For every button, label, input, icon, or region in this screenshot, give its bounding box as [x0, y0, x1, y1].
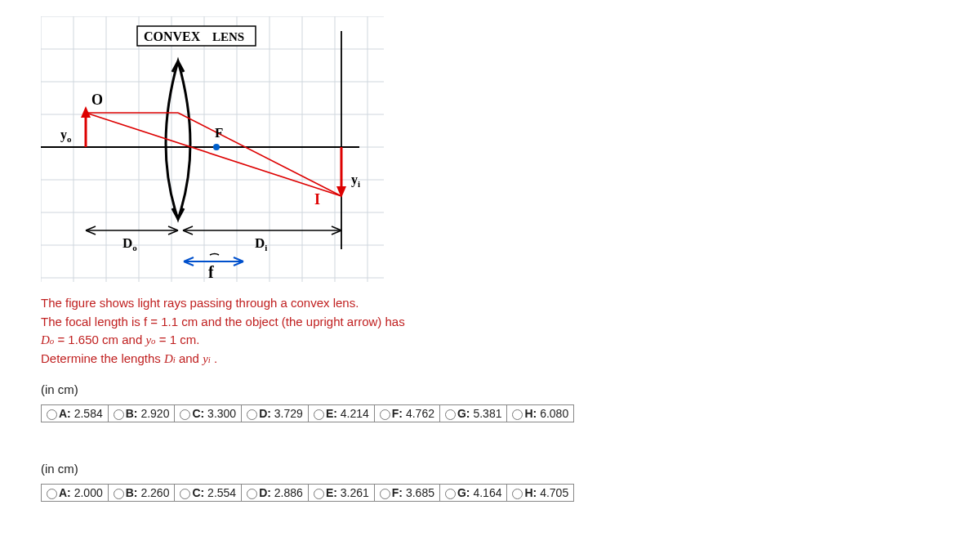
q-line1: The figure shows light rays passing thro… — [41, 296, 359, 310]
choice-q1-E[interactable]: E: 4.214 — [308, 405, 374, 422]
choices-row-2: A: 2.000B: 2.260C: 2.554D: 2.886E: 3.261… — [41, 484, 574, 502]
q-line2b: cm and the object (the upright arrow) ha… — [178, 315, 405, 328]
svg-line-27 — [86, 113, 341, 196]
q-f-value: 1.1 — [161, 315, 178, 328]
radio-q2-G[interactable] — [445, 489, 456, 499]
choice-q2-D[interactable]: D: 2.886 — [242, 485, 309, 502]
choice-q2-E[interactable]: E: 3.261 — [308, 485, 374, 502]
choice-q1-A[interactable]: A: 2.584 — [42, 405, 109, 422]
choice-q2-H[interactable]: H: 4.705 — [507, 485, 574, 502]
choice-q2-F[interactable]: F: 3.685 — [374, 485, 439, 502]
radio-q1-C[interactable] — [180, 409, 190, 420]
choices-row-1: A: 2.584B: 2.920C: 3.300D: 3.729E: 4.214… — [41, 404, 574, 422]
label-f: f — [208, 263, 214, 281]
radio-q2-C[interactable] — [180, 489, 190, 499]
svg-point-28 — [213, 144, 220, 150]
label-yi: yi — [351, 172, 360, 189]
choice-q1-C[interactable]: C: 3.300 — [175, 405, 242, 422]
choice-q2-A[interactable]: A: 2.000 — [42, 485, 109, 502]
unit-label-2: (in cm) — [41, 462, 939, 476]
title-bold: CONVEX — [144, 29, 201, 43]
radio-q2-A[interactable] — [47, 489, 57, 499]
lens-diagram: CONVEX LENS O yo I yi — [41, 16, 384, 284]
choice-q1-G[interactable]: G: 5.381 — [439, 405, 507, 422]
radio-q1-A[interactable] — [47, 409, 57, 420]
radio-q1-E[interactable] — [314, 409, 324, 420]
choice-q1-F[interactable]: F: 4.762 — [374, 405, 439, 422]
radio-q1-D[interactable] — [247, 409, 257, 420]
choice-q2-B[interactable]: B: 2.260 — [108, 485, 175, 502]
title-rest: LENS — [212, 30, 244, 43]
radio-q2-F[interactable] — [380, 489, 390, 499]
radio-q2-E[interactable] — [314, 489, 324, 499]
radio-q2-H[interactable] — [512, 489, 523, 499]
radio-q2-B[interactable] — [114, 489, 124, 499]
q-Do: D — [41, 333, 50, 346]
q-line2a: The focal length is f = — [41, 315, 161, 328]
label-I: I — [314, 191, 320, 208]
label-yo: yo — [60, 127, 72, 144]
label-O: O — [91, 92, 103, 108]
radio-q1-B[interactable] — [114, 409, 124, 420]
svg-line-26 — [178, 113, 341, 196]
radio-q1-G[interactable] — [445, 409, 456, 420]
label-Di: Di — [255, 235, 267, 252]
choice-q2-G[interactable]: G: 4.164 — [439, 485, 507, 502]
choice-q1-H[interactable]: H: 6.080 — [507, 405, 574, 422]
choice-q1-B[interactable]: B: 2.920 — [108, 405, 175, 422]
diagram-svg: CONVEX LENS O yo I yi — [41, 16, 384, 282]
label-F: F — [215, 125, 223, 141]
radio-q1-F[interactable] — [380, 409, 390, 420]
question-text: The figure shows light rays passing thro… — [41, 294, 939, 368]
choice-q1-D[interactable]: D: 3.729 — [242, 405, 309, 422]
label-Do: Do — [122, 235, 137, 252]
radio-q1-H[interactable] — [512, 409, 523, 420]
unit-label-1: (in cm) — [41, 382, 939, 396]
radio-q2-D[interactable] — [247, 489, 257, 499]
choice-q2-C[interactable]: C: 2.554 — [175, 485, 242, 502]
